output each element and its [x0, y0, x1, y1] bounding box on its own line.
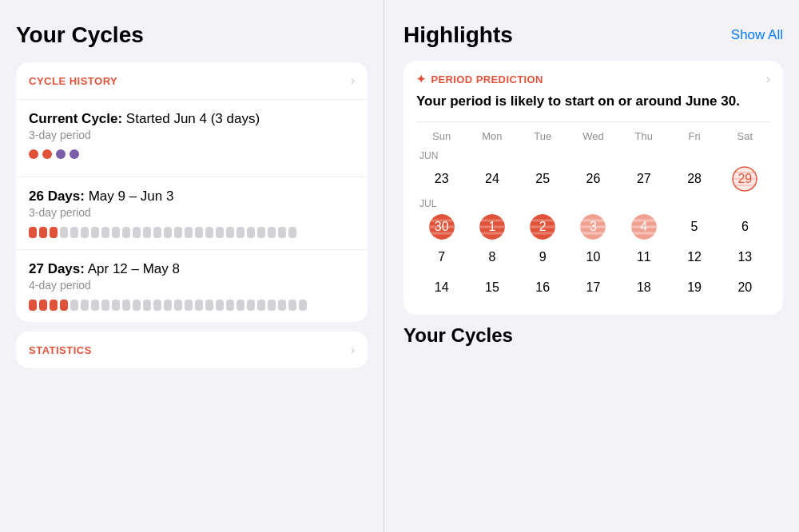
cal-num: 14: [429, 275, 455, 300]
bar-empty: [226, 300, 234, 311]
calendar: SunMonTueWedThuFriSat JUN232425262728 29…: [416, 121, 770, 302]
bar-empty: [247, 300, 255, 311]
bar-empty: [237, 227, 244, 238]
bar-empty: [195, 227, 203, 238]
cal-num: 9: [530, 244, 555, 270]
cal-cell: 20: [720, 273, 770, 302]
cal-num: 26: [580, 166, 606, 192]
cal-cell: 2: [518, 212, 568, 241]
cycle-history-label: CYCLE HISTORY: [29, 75, 117, 87]
left-panel: Your Cycles CYCLE HISTORY › Current Cycl…: [0, 0, 384, 532]
cal-day-label: Thu: [618, 129, 669, 144]
bar-empty: [122, 227, 130, 238]
cal-day-label: Sun: [416, 129, 467, 144]
cal-num: 17: [580, 275, 606, 300]
prediction-header: ✦ PERIOD PREDICTION ›: [416, 72, 770, 86]
bar-empty: [143, 227, 151, 238]
bar-filled: [50, 300, 58, 311]
cycle-entry-3: 27 Days: Apr 12 – May 8 4-day period: [16, 249, 368, 322]
statistics-label: STATISTICS: [29, 344, 92, 356]
bar-empty: [133, 227, 141, 238]
prediction-text: Your period is likely to start on or aro…: [416, 93, 770, 110]
cal-cell: 5: [669, 212, 719, 241]
cycle-subtitle-3: 4-day period: [29, 279, 355, 292]
cal-cell: 29: [720, 165, 770, 193]
cal-num: 27: [631, 166, 657, 192]
dot-purple-2: [70, 149, 79, 159]
cal-num: 4: [631, 214, 657, 240]
cal-num: 6: [732, 214, 757, 240]
cal-cell: 30: [416, 212, 467, 241]
cal-num: 19: [682, 275, 707, 300]
cycle-title-1: Current Cycle: Started Jun 4 (3 days): [29, 111, 355, 127]
bar-empty: [122, 300, 130, 311]
cal-cell: 8: [467, 243, 517, 272]
bar-empty: [133, 300, 141, 311]
cal-day-label: Sat: [720, 129, 770, 144]
cal-num: 7: [429, 244, 455, 270]
bar-empty: [101, 300, 109, 311]
right-panel: Highlights Show All ✦ PERIOD PREDICTION …: [384, 0, 799, 532]
bar-filled: [60, 300, 68, 311]
statistics-chevron: ›: [351, 343, 355, 357]
cal-day-label: Mon: [467, 129, 517, 144]
statistics-card[interactable]: STATISTICS ›: [16, 332, 368, 368]
cal-num: 25: [530, 166, 555, 192]
cal-cell: 1: [467, 212, 517, 241]
bar-empty: [278, 227, 286, 238]
bar-filled: [29, 227, 37, 238]
cal-num: 18: [631, 275, 657, 300]
cycle-subtitle-1: 3-day period: [29, 129, 355, 141]
bar-empty: [268, 300, 276, 311]
bar-filled: [39, 300, 47, 311]
bar-empty: [153, 300, 161, 311]
statistics-header[interactable]: STATISTICS ›: [16, 332, 368, 368]
show-all-button[interactable]: Show All: [731, 27, 783, 43]
dot-red-1: [29, 149, 38, 159]
cycle-entry-2: 26 Days: May 9 – Jun 3 3-day period: [16, 177, 368, 249]
cal-num: 15: [479, 275, 505, 300]
highlights-title: Highlights: [403, 22, 513, 48]
sparkle-icon: ✦: [416, 73, 426, 85]
cal-num: 13: [732, 244, 757, 270]
bar-empty: [226, 227, 234, 238]
bar-empty: [257, 227, 265, 238]
bar-empty: [205, 300, 213, 311]
bar-empty: [268, 227, 276, 238]
cal-num: 29: [732, 166, 757, 192]
bar-empty: [237, 300, 244, 311]
cal-day-label: Tue: [518, 129, 568, 144]
cal-cell: 27: [618, 165, 669, 193]
cal-num: 28: [682, 166, 707, 192]
cal-num: 2: [530, 214, 555, 240]
cycle-history-header[interactable]: CYCLE HISTORY ›: [16, 62, 368, 99]
bar-row-2: [29, 227, 355, 238]
bar-empty: [174, 227, 182, 238]
cal-cell: 19: [669, 273, 719, 302]
bar-filled: [29, 300, 37, 311]
dot-purple-1: [56, 149, 66, 159]
cal-num: 16: [530, 275, 555, 300]
cycle-title-2: 26 Days: May 9 – Jun 3: [29, 189, 355, 204]
cycle-history-chevron: ›: [351, 73, 355, 88]
cal-day-label: Wed: [568, 129, 618, 144]
cal-num: 8: [479, 244, 505, 270]
cal-cell: 23: [416, 165, 467, 193]
dot-red-2: [42, 149, 52, 159]
bar-empty: [299, 300, 307, 311]
cal-num: 3: [580, 214, 606, 240]
cal-cell: 15: [467, 273, 517, 302]
cal-num: 12: [682, 244, 707, 270]
cal-cell: 11: [618, 243, 669, 272]
cal-cell: 18: [618, 273, 669, 302]
bar-empty: [164, 300, 172, 311]
cal-cell: 12: [669, 243, 719, 272]
bar-empty: [205, 227, 213, 238]
bar-empty: [288, 227, 296, 238]
bar-empty: [143, 300, 151, 311]
cal-num: 1: [479, 214, 505, 240]
bar-empty: [288, 300, 296, 311]
cal-num: 24: [479, 166, 505, 192]
cal-month-label: JUL: [416, 195, 770, 211]
cal-cell: 6: [720, 212, 770, 241]
